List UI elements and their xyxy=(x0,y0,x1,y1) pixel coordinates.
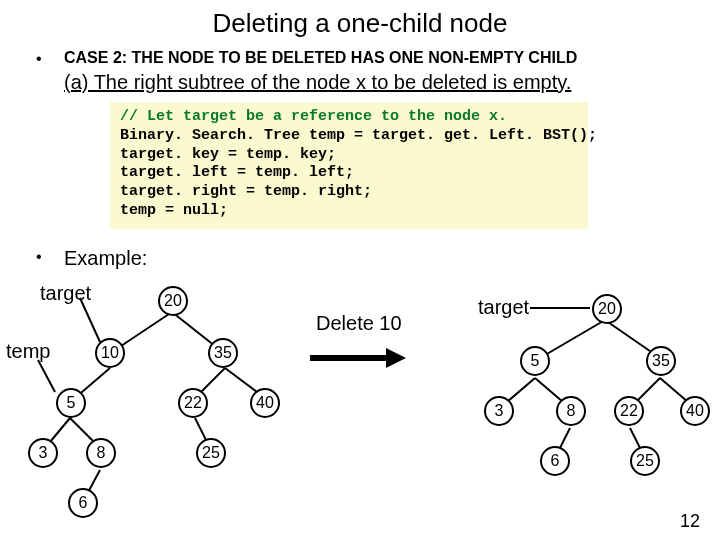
example-bullet-row: • Example: xyxy=(0,247,720,270)
code-line: temp = null; xyxy=(120,202,228,219)
node-r-5: 5 xyxy=(520,346,550,376)
bullet-dot: • xyxy=(36,49,64,69)
node-l-40: 40 xyxy=(250,388,280,418)
node-l-8: 8 xyxy=(86,438,116,468)
node-r-22: 22 xyxy=(614,396,644,426)
node-r-3: 3 xyxy=(484,396,514,426)
bullet-dot: • xyxy=(36,247,64,267)
node-r-40: 40 xyxy=(680,396,710,426)
diagram-area: target temp 20 10 35 5 22 40 3 8 25 6 De… xyxy=(0,280,720,540)
node-l-25: 25 xyxy=(196,438,226,468)
code-line: Binary. Search. Tree temp = target. get.… xyxy=(120,127,597,144)
node-r-25: 25 xyxy=(630,446,660,476)
target-label-left: target xyxy=(40,282,91,305)
node-r-8: 8 xyxy=(556,396,586,426)
node-r-20: 20 xyxy=(592,294,622,324)
node-l-3: 3 xyxy=(28,438,58,468)
node-l-20: 20 xyxy=(158,286,188,316)
subcase-a: (a) The right subtree of the node x to b… xyxy=(0,71,720,94)
case-bullet-row: • CASE 2: THE NODE TO BE DELETED HAS ONE… xyxy=(0,49,720,69)
target-label-right: target xyxy=(478,296,529,319)
code-block: // Let target be a reference to the node… xyxy=(110,102,588,229)
node-r-35: 35 xyxy=(646,346,676,376)
node-l-5: 5 xyxy=(56,388,86,418)
slide-title: Deleting a one-child node xyxy=(0,0,720,39)
svg-line-10 xyxy=(38,360,55,392)
node-l-6: 6 xyxy=(68,488,98,518)
code-line: target. key = temp. key; xyxy=(120,146,336,163)
node-l-10: 10 xyxy=(95,338,125,368)
temp-label-left: temp xyxy=(6,340,50,363)
code-line: target. left = temp. left; xyxy=(120,164,354,181)
node-r-6: 6 xyxy=(540,446,570,476)
svg-line-0 xyxy=(115,312,172,350)
code-line: target. right = temp. right; xyxy=(120,183,372,200)
node-l-22: 22 xyxy=(178,388,208,418)
svg-line-11 xyxy=(540,320,605,358)
case-line: CASE 2: THE NODE TO BE DELETED HAS ONE N… xyxy=(64,49,577,67)
node-l-35: 35 xyxy=(208,338,238,368)
code-comment: // Let target be a reference to the node… xyxy=(120,108,507,125)
example-label: Example: xyxy=(64,247,147,270)
